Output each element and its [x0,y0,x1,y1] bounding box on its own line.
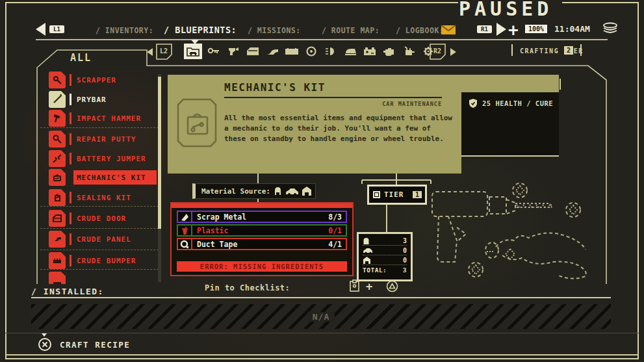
svg-text:R2: R2 [433,47,441,55]
list-item-label: MECHANIC'S KIT [77,174,146,182]
backpack-icon [274,186,282,196]
l2-button[interactable]: L2 [155,43,174,61]
list-item-crude-door[interactable]: CRUDE DOOR [39,210,159,227]
count-value: 0 [403,257,407,264]
pin-to-checklist-label: Pin to Checklist: [205,283,290,292]
battery-jumper-icon [49,150,66,167]
tier-value: 1 [413,191,422,198]
title-underline [224,97,442,98]
category-icon-strip [184,44,436,59]
r2-button[interactable]: R2 [429,43,447,61]
list-item-scrapper[interactable]: SCRAPPER [39,71,159,88]
item-stat-value: 25 HEALTH / CURE [482,98,553,107]
category-engine-icon[interactable] [381,44,397,59]
craft-recipe-button[interactable]: CRAFT RECIPE [38,337,130,352]
footer-divider-bottom [5,354,639,356]
triangle-button-icon[interactable] [386,280,398,292]
prybar-icon [49,91,66,108]
plastic-icon [178,226,192,235]
tier-square-icon [373,191,380,198]
list-divider [40,127,159,128]
category-spray-gun-icon[interactable] [225,44,241,59]
list-divider [40,250,159,250]
ingredient-row-duct-tape: Duct Tape 4/1 [177,238,347,250]
list-divider [40,228,159,229]
list-divider [40,206,159,207]
list-item-battery-jumper[interactable]: BATTERY JUMPER [39,150,159,167]
scrapper-icon [49,71,66,88]
list-item-partial[interactable] [39,272,159,284]
category-key-icon[interactable] [206,44,222,59]
crude-door-icon [49,210,66,227]
category-battery-icon[interactable] [362,44,378,59]
crude-panel-icon [49,231,66,248]
category-wheel-icon[interactable] [303,44,319,59]
garage-icon [363,256,371,265]
checklist-clipboard-icon[interactable] [349,279,360,292]
list-item-label: BATTERY JUMPER [77,155,146,163]
ingredient-row-plastic: Plastic 0/1 [177,224,347,237]
repair-putty-icon [49,131,66,148]
prev-category-arrow-icon[interactable] [147,48,153,56]
filter-all-tab[interactable]: ALL [70,52,92,64]
list-item-mechanics-kit[interactable]: MECHANIC'S KIT [39,169,159,186]
ingredient-name: Plastic [192,226,228,235]
tier-label: TIER [384,190,404,199]
next-category-arrow-icon[interactable] [450,48,456,56]
category-tools-icon[interactable] [184,44,202,59]
mechanics-kit-icon [49,169,66,186]
tier-pipe-left [511,44,513,56]
list-scrollbar-thumb[interactable] [158,77,161,229]
category-door-icon[interactable] [245,44,261,59]
partial-item-icon [49,272,66,284]
footer-divider-top [5,333,639,333]
count-row-garage: 0 [363,255,407,265]
list-item-crude-bumper[interactable]: CRUDE BUMPER [39,252,159,269]
tier-pipe-right [580,44,582,56]
impact-hammer-icon [49,110,66,127]
list-item-impact-hammer[interactable]: IMPACT HAMMER [39,110,159,127]
cross-button-icon [38,337,52,352]
list-item-crude-panel[interactable]: CRUDE PANEL [39,231,159,248]
item-thumbnail-icon [177,97,217,149]
craft-caret-icon [42,333,47,337]
installed-divider [31,297,611,298]
ingredient-name: Duct Tape [192,240,237,249]
craft-recipe-label: CRAFT RECIPE [60,340,130,350]
row-tick [70,74,71,86]
car-icon [285,187,298,196]
material-source-label: Material Source: [201,187,270,196]
list-item-sealing-kit[interactable]: SEALING KIT [39,189,159,206]
item-title: MECHANIC'S KIT [224,81,326,94]
category-bumper-icon[interactable] [284,44,300,59]
list-item-label: CRUDE PANEL [77,235,131,244]
ingredients-top-bar [172,203,352,208]
category-headlight-icon[interactable] [323,44,339,59]
row-tick [70,112,71,124]
list-item-repair-putty[interactable]: REPAIR PUTTY [39,131,159,148]
error-banner: ERROR: MISSING INGREDIENTS [177,261,347,272]
row-tick [70,133,71,145]
svg-text:L2: L2 [160,47,168,55]
category-robot-icon[interactable] [401,44,417,59]
shield-icon [469,98,478,109]
list-divider [40,269,159,270]
category-cap-icon[interactable] [342,44,358,59]
row-tick [70,213,71,224]
pin-plus-icon[interactable]: + [366,280,372,293]
count-row-backpack: 3 [363,236,407,246]
ingredient-count: 0/1 [328,226,346,235]
ingredient-count: 4/1 [328,240,346,249]
detail-panel-right-strip [461,75,559,92]
scrap-metal-icon [178,212,192,222]
installed-label: / INSTALLED: [31,287,104,296]
ingredients-panel: Scrap Metal 8/3 Plastic 0/1 Duct Tape 4/… [170,202,354,276]
list-scrollbar-track[interactable] [158,74,161,282]
count-value: 3 [403,237,407,244]
ingredient-count: 8/3 [328,213,346,222]
ingredient-name: Scrap Metal [192,213,246,222]
count-row-car: 0 [363,246,407,255]
category-panel-icon[interactable] [264,44,280,59]
item-category-tag: CAR MAINTENANCE [224,101,442,107]
list-item-prybar[interactable]: PRYBAR [39,91,159,108]
